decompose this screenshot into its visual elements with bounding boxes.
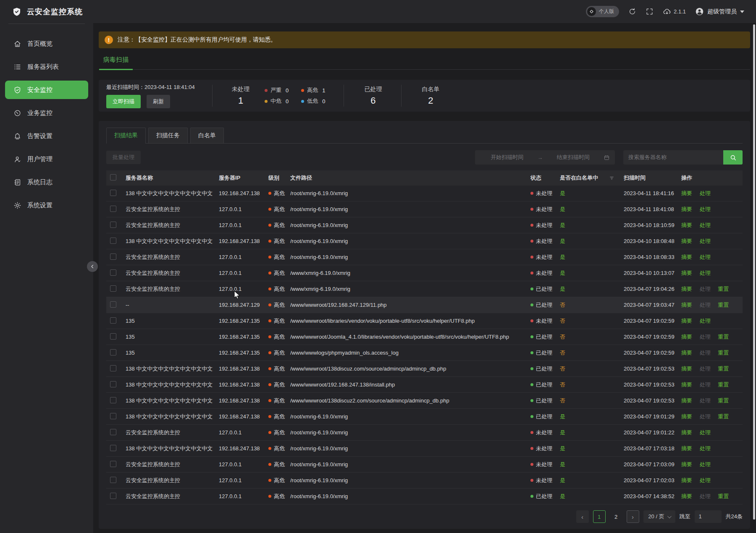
tab[interactable]: 扫描结果 [106,128,146,144]
row-checkbox[interactable] [110,413,116,419]
handle-link[interactable]: 处理 [700,350,711,356]
table-row[interactable]: 138 中文中文中文中文中文中文中文 192.168.247.138 高危 /w… [106,393,743,409]
row-checkbox[interactable] [110,493,116,499]
summary-link[interactable]: 摘要 [681,238,692,244]
batch-handle-button[interactable]: 批量处理 [106,151,141,164]
handle-link[interactable]: 处理 [700,302,711,308]
handle-link[interactable]: 处理 [700,493,711,499]
table-row[interactable]: 138 中文中文中文中文中文中文中文 192.168.247.138 高危 /w… [106,377,743,393]
summary-link[interactable]: 摘要 [681,445,692,452]
sidebar-item[interactable]: 用户管理 [5,150,88,168]
table-row[interactable]: 138 中文中文中文中文中文中文中文 192.168.247.138 高危 /r… [106,186,743,201]
row-checkbox[interactable] [110,477,116,483]
row-checkbox[interactable] [110,429,116,435]
row-checkbox[interactable] [110,397,116,403]
reset-link[interactable]: 重置 [718,302,729,308]
tab-virus-scan[interactable]: 病毒扫描 [99,56,133,70]
table-row[interactable]: 云安全监控系统的主控 127.0.0.1 高危 /root/xmrig-6.19… [106,201,743,217]
row-checkbox[interactable] [110,461,116,467]
table-row[interactable]: 135 192.168.247.135 高危 /www/wwwroot/libr… [106,313,743,329]
edition-badge[interactable]: 个人版 [586,6,619,17]
prev-page-button[interactable]: ‹ [576,510,589,523]
reset-link[interactable]: 重置 [718,397,729,404]
handle-link[interactable]: 处理 [700,286,711,292]
summary-link[interactable]: 摘要 [681,493,692,499]
reset-link[interactable]: 重置 [718,413,729,420]
tab[interactable]: 扫描任务 [148,128,188,143]
row-checkbox[interactable] [110,222,116,228]
filter-icon[interactable] [609,175,614,181]
table-row[interactable]: 云安全监控系统的主控 127.0.0.1 高危 /root/xmrig-6.19… [106,217,743,233]
sidebar-item[interactable]: 服务器列表 [5,57,88,76]
handle-link[interactable]: 处理 [700,318,711,324]
table-row[interactable]: 135 192.168.247.135 高危 /www/wwwlogs/phpm… [106,345,743,361]
sidebar-item[interactable]: 首页概览 [5,34,88,53]
summary-link[interactable]: 摘要 [681,334,692,340]
date-end-input[interactable]: 结束扫描时间 [546,154,601,161]
table-row[interactable]: 云安全监控系统的主控 127.0.0.1 高危 /root/xmrig-6.19… [106,249,743,265]
summary-link[interactable]: 摘要 [681,366,692,372]
handle-link[interactable]: 处理 [700,270,711,276]
row-checkbox[interactable] [110,333,116,340]
row-checkbox[interactable] [110,365,116,371]
jump-page-input[interactable]: 1 [695,510,722,523]
row-checkbox[interactable] [110,285,116,292]
handle-link[interactable]: 处理 [700,190,711,196]
summary-link[interactable]: 摘要 [681,350,692,356]
reset-link[interactable]: 重置 [718,366,729,372]
handle-link[interactable]: 处理 [700,254,711,260]
table-row[interactable]: 138 中文中文中文中文中文中文中文 192.168.247.138 高危 /r… [106,233,743,249]
row-checkbox[interactable] [110,445,116,451]
handle-link[interactable]: 处理 [700,334,711,340]
search-button[interactable] [723,150,743,165]
fullscreen-icon[interactable] [646,8,654,16]
summary-link[interactable]: 摘要 [681,302,692,308]
summary-link[interactable]: 摘要 [681,477,692,483]
handle-link[interactable]: 处理 [700,445,711,452]
select-all-checkbox[interactable] [110,174,116,180]
sidebar-item[interactable]: 系统设置 [5,196,88,214]
page-number-button[interactable]: 1 [593,510,606,523]
handle-link[interactable]: 处理 [700,366,711,372]
reset-link[interactable]: 重置 [718,334,729,340]
table-row[interactable]: -- 192.168.247.129 高危 /www/wwwroot/192.1… [106,297,743,313]
summary-link[interactable]: 摘要 [681,190,692,196]
scan-now-button[interactable]: 立即扫描 [106,95,141,108]
tab[interactable]: 白名单 [190,128,224,143]
handle-link[interactable]: 处理 [700,429,711,436]
table-row[interactable]: 云安全监控系统的主控 127.0.0.1 高危 /root/xmrig-6.19… [106,457,743,473]
date-start-input[interactable]: 开始扫描时间 [480,154,534,161]
search-input[interactable]: 搜索服务器名称 [623,150,723,165]
reset-link[interactable]: 重置 [718,286,729,292]
sidebar-item[interactable]: 系统日志 [5,173,88,191]
handle-link[interactable]: 处理 [700,222,711,228]
row-checkbox[interactable] [110,317,116,324]
table-row[interactable]: 138 中文中文中文中文中文中文中文 192.168.247.138 高危 /w… [106,361,743,377]
handle-link[interactable]: 处理 [700,206,711,212]
row-checkbox[interactable] [110,349,116,355]
row-checkbox[interactable] [110,190,116,196]
sidebar-item[interactable]: 安全监控 [5,81,88,99]
page-number-button[interactable]: 2 [610,510,622,523]
table-row[interactable]: 138 中文中文中文中文中文中文中文 192.168.247.138 高危 /r… [106,409,743,425]
row-checkbox[interactable] [110,238,116,244]
row-checkbox[interactable] [110,206,116,212]
handle-link[interactable]: 处理 [700,381,711,388]
refresh-icon[interactable] [628,8,636,16]
summary-link[interactable]: 摘要 [681,381,692,388]
handle-link[interactable]: 处理 [700,238,711,244]
scrollbar-thumb[interactable] [753,24,755,520]
row-checkbox[interactable] [110,381,116,387]
next-page-button[interactable]: › [627,510,639,523]
table-row[interactable]: 云安全监控系统的主控 127.0.0.1 高危 /www/xmrig-6.19.… [106,265,743,281]
handle-link[interactable]: 处理 [700,461,711,468]
summary-link[interactable]: 摘要 [681,429,692,436]
row-checkbox[interactable] [110,269,116,276]
user-menu[interactable]: 超级管理员 [695,7,744,16]
summary-link[interactable]: 摘要 [681,413,692,420]
table-row[interactable]: 云安全监控系统的主控 127.0.0.1 高危 /root/xmrig-6.19… [106,425,743,441]
summary-link[interactable]: 摘要 [681,270,692,276]
summary-link[interactable]: 摘要 [681,286,692,292]
table-row[interactable]: 云安全监控系统的主控 127.0.0.1 高危 /root/xmrig-6.19… [106,489,743,504]
scan-time-range-picker[interactable]: 开始扫描时间 → 结束扫描时间 [475,150,615,165]
